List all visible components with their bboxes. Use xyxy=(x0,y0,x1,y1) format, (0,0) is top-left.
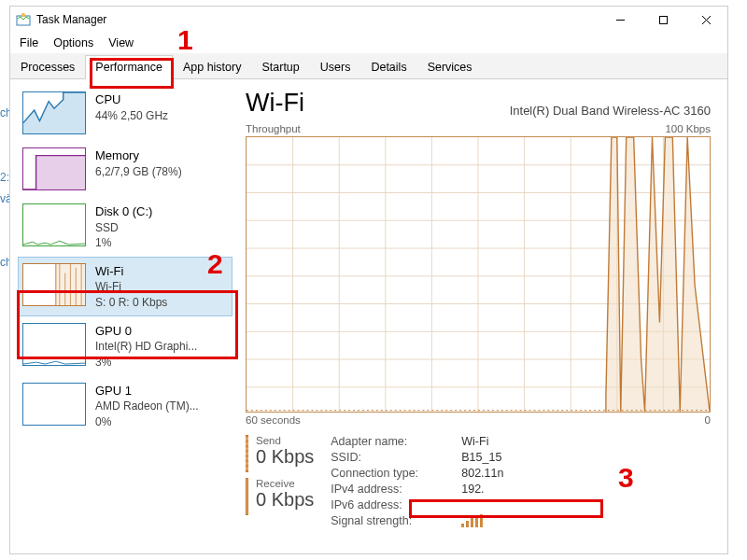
chart-y-label: Throughput xyxy=(246,123,301,134)
chart-top-labels: Throughput 100 Kbps xyxy=(246,123,711,134)
wifi-line1: Wi-Fi xyxy=(95,279,167,294)
receive-label: Receive xyxy=(256,478,314,489)
ssid-key: SSID: xyxy=(331,451,461,464)
memory-thumb xyxy=(22,147,86,190)
sidebar-item-memory[interactable]: Memory 6,2/7,9 GB (78%) xyxy=(18,141,233,197)
content: CPU 44% 2,50 GHz Memory 6,2/7,9 GB (78%) xyxy=(10,79,727,553)
titlebar: Task Manager xyxy=(10,7,727,33)
menubar: File Options View xyxy=(10,33,727,53)
gpu0-thumb xyxy=(22,323,86,366)
gpu1-name: GPU 1 xyxy=(95,383,199,399)
task-manager-window: Task Manager File Options View Processes… xyxy=(9,6,728,554)
disk-line1: SSD xyxy=(95,220,152,235)
app-icon xyxy=(16,12,31,27)
chart-x-right: 0 xyxy=(705,414,711,426)
conn-key: Connection type: xyxy=(331,467,461,480)
gpu1-line2: 0% xyxy=(95,414,199,429)
sidebar-item-gpu1[interactable]: GPU 1 AMD Radeon (TM)... 0% xyxy=(18,376,233,436)
gpu0-name: GPU 0 xyxy=(95,323,197,340)
tab-processes[interactable]: Processes xyxy=(10,54,85,78)
stats-row: Send 0 Kbps Receive 0 Kbps Adapter name: xyxy=(246,435,711,527)
sidebar-item-wifi[interactable]: Wi-Fi Wi-Fi S: 0 R: 0 Kbps xyxy=(18,257,233,316)
tabstrip: Processes Performance App history Startu… xyxy=(10,53,727,79)
ipv6-val xyxy=(461,498,503,511)
gpu1-line1: AMD Radeon (TM)... xyxy=(95,399,199,413)
chart-y-max: 100 Kbps xyxy=(665,123,711,134)
adapter-desc: Intel(R) Dual Band Wireless-AC 3160 xyxy=(510,104,711,118)
tab-performance[interactable]: Performance xyxy=(85,55,173,79)
gpu0-line1: Intel(R) HD Graphi... xyxy=(95,339,197,354)
conn-val: 802.11n xyxy=(461,467,503,480)
tab-services[interactable]: Services xyxy=(417,54,483,78)
receive-value: 0 Kbps xyxy=(256,489,314,511)
disk-name: Disk 0 (C:) xyxy=(95,203,152,220)
maximize-button[interactable] xyxy=(641,7,684,33)
network-details: Adapter name: Wi-Fi SSID: B15_15 Connect… xyxy=(331,435,503,527)
window-controls xyxy=(599,7,727,33)
throughput-chart[interactable] xyxy=(246,136,711,413)
tab-users[interactable]: Users xyxy=(310,54,361,78)
main-header: Wi-Fi Intel(R) Dual Band Wireless-AC 316… xyxy=(246,89,711,118)
chart-x-left: 60 seconds xyxy=(246,414,301,426)
sidebar-item-gpu0[interactable]: GPU 0 Intel(R) HD Graphi... 3% xyxy=(18,316,233,376)
svg-rect-6 xyxy=(36,156,85,189)
wifi-line2: S: 0 R: 0 Kbps xyxy=(95,295,167,310)
sidebar: CPU 44% 2,50 GHz Memory 6,2/7,9 GB (78%) xyxy=(10,79,233,553)
svg-point-1 xyxy=(21,13,25,17)
disk-line2: 1% xyxy=(95,235,152,250)
minimize-button[interactable] xyxy=(599,7,641,33)
tab-startup[interactable]: Startup xyxy=(251,54,309,78)
send-value: 0 Kbps xyxy=(256,446,314,468)
signal-key: Signal strength: xyxy=(331,514,461,527)
sidebar-item-cpu[interactable]: CPU 44% 2,50 GHz xyxy=(18,85,233,141)
receive-stat: Receive 0 Kbps xyxy=(246,478,314,515)
ipv6-key: IPv6 address: xyxy=(331,498,461,511)
main-title: Wi-Fi xyxy=(246,89,304,118)
send-stat: Send 0 Kbps xyxy=(246,435,314,472)
tab-apphistory[interactable]: App history xyxy=(173,54,252,78)
wifi-thumb xyxy=(22,263,86,306)
tab-details[interactable]: Details xyxy=(360,54,416,78)
gpu1-thumb xyxy=(22,383,86,426)
adapter-name-key: Adapter name: xyxy=(331,435,461,448)
ipv4-key: IPv4 address: xyxy=(331,483,461,496)
svg-rect-3 xyxy=(659,16,667,23)
chart-bottom-labels: 60 seconds 0 xyxy=(246,414,711,426)
close-button[interactable] xyxy=(684,7,727,33)
memory-stats: 6,2/7,9 GB (78%) xyxy=(95,164,182,179)
sidebar-item-disk[interactable]: Disk 0 (C:) SSD 1% xyxy=(18,197,233,257)
disk-thumb xyxy=(22,203,86,246)
signal-val xyxy=(461,514,503,527)
ipv4-val: 192. xyxy=(461,483,503,496)
window-title: Task Manager xyxy=(36,13,599,26)
main-panel: Wi-Fi Intel(R) Dual Band Wireless-AC 316… xyxy=(233,79,727,553)
memory-name: Memory xyxy=(95,147,182,164)
adapter-name-val: Wi-Fi xyxy=(461,435,503,448)
wifi-name: Wi-Fi xyxy=(95,263,167,280)
send-color-bar xyxy=(246,435,248,472)
cpu-stats: 44% 2,50 GHz xyxy=(95,108,168,123)
receive-color-bar xyxy=(246,478,248,515)
cpu-name: CPU xyxy=(95,91,168,108)
signal-bars-icon xyxy=(461,514,503,527)
svg-rect-0 xyxy=(17,16,30,25)
menu-file[interactable]: File xyxy=(20,36,38,49)
menu-view[interactable]: View xyxy=(108,36,134,49)
cpu-thumb xyxy=(22,91,86,134)
gpu0-line2: 3% xyxy=(95,355,197,370)
send-label: Send xyxy=(256,435,314,446)
menu-options[interactable]: Options xyxy=(53,36,93,49)
ssid-val: B15_15 xyxy=(461,451,503,464)
